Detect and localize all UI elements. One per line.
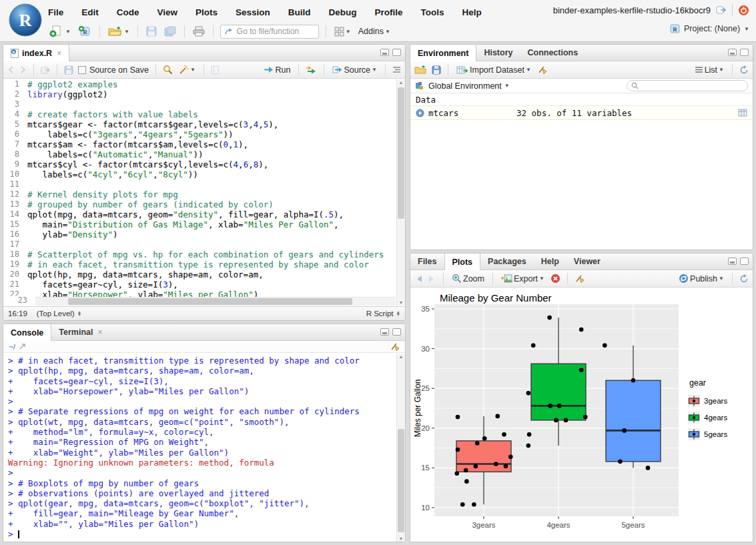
code-line[interactable]: 15 main="Distribution of Gas Milage", xl… xyxy=(3,219,405,229)
list-view-button[interactable]: List ▼ xyxy=(693,64,725,76)
forward-icon[interactable] xyxy=(19,66,27,73)
code-line[interactable]: 21 facets=gear~cyl, size=I(3), xyxy=(3,280,405,290)
clear-plots-icon[interactable] xyxy=(575,274,585,284)
remove-plot-icon[interactable] xyxy=(550,274,560,284)
save-all-button[interactable] xyxy=(163,25,177,38)
code-line[interactable]: 17 xyxy=(3,239,405,249)
code-line[interactable]: 20qplot(hp, mpg, data=mtcars, shape=am, … xyxy=(3,269,405,280)
run-button[interactable]: Run xyxy=(262,64,292,76)
compile-report-icon[interactable] xyxy=(211,65,219,75)
menu-debug[interactable]: Debug xyxy=(329,7,357,17)
pane-layout-button[interactable]: ▼ xyxy=(333,25,352,38)
source-button[interactable]: Source ▼ xyxy=(331,64,378,76)
menu-help[interactable]: Help xyxy=(462,7,482,17)
code-line[interactable]: 11 xyxy=(3,179,405,189)
menu-plots[interactable]: Plots xyxy=(196,7,218,17)
quit-session-icon[interactable] xyxy=(738,5,749,16)
environment-scope-selector[interactable]: Global Environment▼ xyxy=(428,81,510,91)
editor-horizontal-scrollbar[interactable] xyxy=(35,297,396,306)
minimize-pane-icon[interactable] xyxy=(380,49,389,56)
source-on-save-toggle[interactable]: Source on Save xyxy=(78,65,149,75)
scope-selector[interactable]: (Top Level) ▲▼ xyxy=(37,310,81,318)
goto-file-search[interactable]: Go to file/function xyxy=(220,25,319,39)
next-plot-icon[interactable] xyxy=(428,275,436,283)
tab-connections[interactable]: Connections xyxy=(520,45,585,61)
code-line[interactable]: 19# in each facet, transmittion type is … xyxy=(3,259,405,269)
tab-terminal[interactable]: Terminal× xyxy=(51,324,109,340)
maximize-pane-icon[interactable] xyxy=(392,49,401,56)
show-folder-icon[interactable] xyxy=(19,343,27,350)
menu-code[interactable]: Code xyxy=(117,7,139,17)
menu-session[interactable]: Session xyxy=(236,7,270,17)
code-line[interactable]: 10 labels=c("4cyl","6cyl","8cyl")) xyxy=(3,169,405,179)
refresh-plot-icon[interactable] xyxy=(739,274,749,284)
import-dataset-button[interactable]: Import Dataset ▼ xyxy=(455,64,532,76)
close-tab-icon[interactable]: × xyxy=(57,49,61,58)
publish-button[interactable]: Publish ▼ xyxy=(677,272,725,285)
code-line[interactable]: 4# create factors with value labels xyxy=(3,109,405,119)
code-line[interactable]: 2library(ggplot2) xyxy=(3,89,405,99)
maximize-pane-icon[interactable] xyxy=(392,328,401,336)
clear-environment-icon[interactable] xyxy=(537,65,547,75)
menu-file[interactable]: File xyxy=(48,7,63,17)
code-tools-button[interactable]: ▼ xyxy=(177,63,197,76)
previous-plot-icon[interactable] xyxy=(414,275,423,283)
code-line[interactable]: 16 ylab="Density") xyxy=(3,229,405,239)
code-line[interactable]: 5mtcars$gear <- factor(mtcars$gear,level… xyxy=(3,119,405,129)
save-button[interactable] xyxy=(145,25,158,38)
code-line[interactable]: 3 xyxy=(3,99,405,109)
view-table-icon[interactable] xyxy=(738,109,747,117)
back-icon[interactable] xyxy=(7,66,15,73)
refresh-icon[interactable] xyxy=(739,65,749,75)
source-on-save-checkbox[interactable] xyxy=(78,66,86,74)
environment-search-input[interactable] xyxy=(627,80,748,91)
tab-plots[interactable]: Plots xyxy=(444,253,481,270)
addins-button[interactable]: Addins ▼ xyxy=(357,25,392,37)
code-line[interactable]: 14qplot(mpg, data=mtcars, geom="density"… xyxy=(3,209,405,219)
tab-viewer[interactable]: Viewer xyxy=(566,253,608,269)
project-menu[interactable]: R Project: (None) ▼ xyxy=(670,24,749,33)
rerun-icon[interactable] xyxy=(306,66,317,73)
code-editor[interactable]: 1# ggplot2 examples2library(ggplot2)34# … xyxy=(3,79,405,306)
print-button[interactable] xyxy=(192,25,206,38)
tab-index-r[interactable]: R index.R × xyxy=(3,45,69,61)
tab-files[interactable]: Files xyxy=(410,253,444,269)
code-line[interactable]: 13# grouped by number of gears (indicate… xyxy=(3,199,405,209)
menu-view[interactable]: View xyxy=(157,7,178,17)
minimize-pane-icon[interactable] xyxy=(728,49,737,56)
expand-object-icon[interactable] xyxy=(416,109,424,117)
code-line[interactable]: 1# ggplot2 examples xyxy=(3,79,405,89)
popout-window-icon[interactable] xyxy=(41,66,50,74)
document-outline-icon[interactable] xyxy=(392,66,401,73)
code-line[interactable]: 12# Kernel density plots for mpg xyxy=(3,189,405,199)
zoom-plot-button[interactable]: Zoom xyxy=(450,272,486,285)
tab-packages[interactable]: Packages xyxy=(480,253,534,269)
filetype-selector[interactable]: R Script ▲▼ xyxy=(366,310,400,318)
save-workspace-icon[interactable] xyxy=(432,65,441,75)
menu-profile[interactable]: Profile xyxy=(375,7,403,17)
environment-object-row[interactable]: mtcars 32 obs. of 11 variables xyxy=(410,106,753,120)
new-file-button[interactable]: ▼ xyxy=(48,24,72,39)
tab-help[interactable]: Help xyxy=(534,253,566,269)
maximize-pane-icon[interactable] xyxy=(740,257,749,265)
code-line[interactable]: 18# Scatterplot of mpg vs. hp for each c… xyxy=(3,249,405,259)
tab-console[interactable]: Console xyxy=(3,324,51,341)
menu-edit[interactable]: Edit xyxy=(81,7,99,17)
menu-build[interactable]: Build xyxy=(288,7,311,17)
editor-vertical-scrollbar[interactable]: ▲ ▼ xyxy=(396,79,405,306)
code-line[interactable]: 7mtcars$am <- factor(mtcars$am,levels=c(… xyxy=(3,139,405,149)
code-line[interactable]: 9mtcars$cyl <- factor(mtcars$cyl,levels=… xyxy=(3,159,405,169)
save-file-icon[interactable] xyxy=(64,65,73,75)
open-recent-dropdown-arrow[interactable]: ▼ xyxy=(124,29,129,35)
export-plot-button[interactable]: Export ▼ xyxy=(500,273,546,285)
maximize-pane-icon[interactable] xyxy=(740,49,749,56)
minimize-pane-icon[interactable] xyxy=(380,328,389,336)
clear-console-icon[interactable] xyxy=(390,342,400,352)
menu-tools[interactable]: Tools xyxy=(421,7,444,17)
close-tab-icon[interactable]: × xyxy=(97,328,102,337)
new-project-button[interactable]: R xyxy=(77,24,93,39)
open-session-new-window-icon[interactable] xyxy=(716,5,727,15)
tab-history[interactable]: History xyxy=(476,45,520,61)
find-replace-icon[interactable] xyxy=(163,65,173,75)
new-file-dropdown-arrow[interactable]: ▼ xyxy=(65,29,71,35)
